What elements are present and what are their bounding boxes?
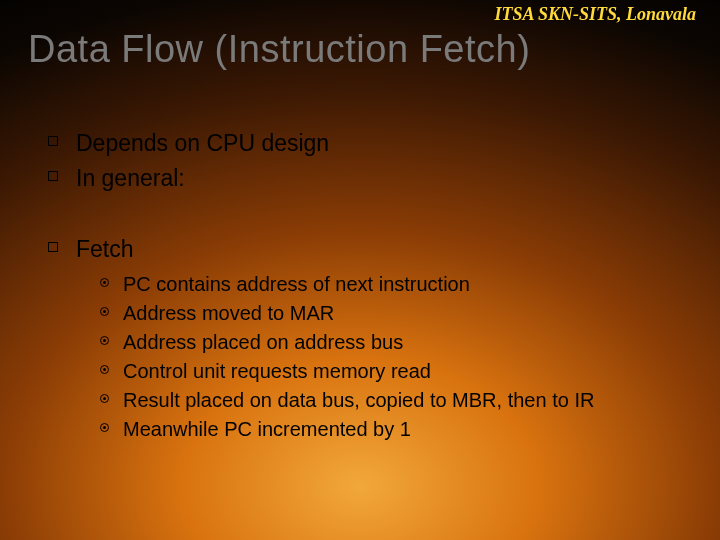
sub-list: PC contains address of next instruction … (100, 271, 690, 443)
circle-bullet-icon (100, 307, 109, 316)
slide-content: Depends on CPU design In general: Fetch … (48, 128, 690, 445)
square-bullet-icon (48, 171, 58, 181)
sub-item-text: PC contains address of next instruction (123, 271, 470, 298)
sub-item-text: Control unit requests memory read (123, 358, 431, 385)
bullet-text: Depends on CPU design (76, 128, 329, 159)
org-header: ITSA SKN-SITS, Lonavala (494, 4, 696, 25)
bullet-text: In general: (76, 163, 185, 194)
circle-bullet-icon (100, 278, 109, 287)
section-heading-row: Fetch (48, 234, 690, 265)
sub-item-text: Address placed on address bus (123, 329, 403, 356)
bullet-row: Depends on CPU design (48, 128, 690, 159)
sub-item: Address placed on address bus (100, 329, 690, 356)
slide-title: Data Flow (Instruction Fetch) (28, 28, 530, 71)
sub-item: Meanwhile PC incremented by 1 (100, 416, 690, 443)
sub-item: Control unit requests memory read (100, 358, 690, 385)
square-bullet-icon (48, 242, 58, 252)
circle-bullet-icon (100, 394, 109, 403)
sub-item: PC contains address of next instruction (100, 271, 690, 298)
sub-item-text: Address moved to MAR (123, 300, 334, 327)
sub-item: Address moved to MAR (100, 300, 690, 327)
sub-item-text: Result placed on data bus, copied to MBR… (123, 387, 594, 414)
circle-bullet-icon (100, 423, 109, 432)
bullet-row: In general: (48, 163, 690, 194)
circle-bullet-icon (100, 336, 109, 345)
section-heading: Fetch (76, 234, 134, 265)
sub-item-text: Meanwhile PC incremented by 1 (123, 416, 411, 443)
circle-bullet-icon (100, 365, 109, 374)
sub-item: Result placed on data bus, copied to MBR… (100, 387, 690, 414)
square-bullet-icon (48, 136, 58, 146)
